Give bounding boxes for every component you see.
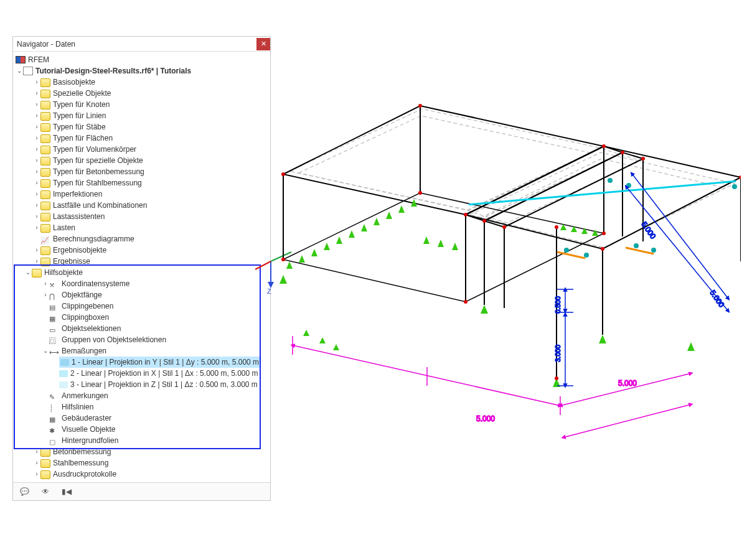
tree-item-typen-linien[interactable]: Typen für Linien bbox=[13, 110, 270, 121]
tree-item-koordinatensysteme[interactable]: ⤧Koordinatensysteme bbox=[13, 278, 270, 289]
svg-point-32 bbox=[608, 178, 613, 183]
tree-item-hintergrundfolien[interactable]: ▢Hintergrundfolien bbox=[13, 435, 270, 446]
tree-item-betonbemessung[interactable]: Betonbemessung bbox=[13, 446, 270, 457]
tree-item-bem3[interactable]: 3 - Linear | Projektion in Z | Stil 1 | … bbox=[13, 379, 270, 390]
caret-icon[interactable] bbox=[33, 245, 40, 256]
caret-icon[interactable] bbox=[24, 267, 32, 278]
new-comment-button[interactable]: 💬 bbox=[17, 485, 32, 498]
annotation-icon: ✎ bbox=[49, 391, 59, 400]
tree-item-gebaederaster[interactable]: ▦Gebäuderaster bbox=[13, 413, 270, 424]
tree-item-objektselektionen[interactable]: ▭Objektselektionen bbox=[13, 323, 270, 334]
tree-item-typen-volumen[interactable]: Typen für Volumenkörper bbox=[13, 144, 270, 155]
caret-icon[interactable] bbox=[33, 189, 40, 200]
folder-icon bbox=[40, 157, 50, 166]
tree-item-basisobjekte[interactable]: Basisobjekte bbox=[13, 77, 270, 88]
tree-item-ergebnisse[interactable]: Ergebnisse bbox=[13, 256, 270, 267]
model-viewport[interactable]: Z bbox=[255, 75, 741, 448]
nodes bbox=[281, 104, 741, 380]
caret-icon[interactable] bbox=[33, 133, 40, 144]
caret-icon[interactable] bbox=[33, 211, 40, 222]
caret-icon[interactable] bbox=[42, 289, 49, 301]
tree-item-lastfaelle[interactable]: Lastfälle und Kombinationen bbox=[13, 200, 270, 211]
caret-icon[interactable] bbox=[33, 457, 40, 469]
caret-icon[interactable] bbox=[33, 200, 40, 211]
svg-line-40 bbox=[563, 404, 691, 437]
svg-point-23 bbox=[601, 247, 604, 251]
svg-line-1 bbox=[271, 252, 291, 261]
caret-icon[interactable] bbox=[33, 155, 40, 166]
caret-icon[interactable] bbox=[33, 446, 40, 457]
svg-point-20 bbox=[621, 151, 624, 154]
tree-item-anmerkungen[interactable]: ✎Anmerkungen bbox=[13, 390, 270, 401]
dimension-icon: ⟷ bbox=[49, 347, 59, 355]
tree-item-bem1[interactable]: 1 - Linear | Projektion in Y | Stil 1 | … bbox=[13, 357, 270, 368]
tree-item-gruppen-objsel[interactable]: ⿴Gruppen von Objektselektionen bbox=[13, 334, 270, 345]
folder-icon bbox=[40, 448, 50, 457]
tree-item-hilfslinien[interactable]: ┊Hilfslinien bbox=[13, 401, 270, 413]
tree-item-ausdruckprotokolle[interactable]: Ausdruckprotokolle bbox=[13, 469, 270, 480]
selection-icon: ▭ bbox=[49, 324, 59, 333]
dim-label: 5.000 bbox=[618, 379, 637, 388]
svg-point-17 bbox=[418, 104, 422, 108]
folder-icon bbox=[40, 224, 50, 233]
folder-icon bbox=[40, 123, 50, 132]
dim-label: 5.000 bbox=[708, 289, 726, 309]
caret-icon[interactable] bbox=[33, 110, 40, 121]
navigator-tree[interactable]: RFEM Tutorial-Design-Steel-Results.rf6* … bbox=[13, 52, 270, 482]
cyan-member bbox=[469, 181, 736, 205]
tree-item-typen-beton[interactable]: Typen für Betonbemessung bbox=[13, 166, 270, 177]
tree-item-typen-knoten[interactable]: Typen für Knoten bbox=[13, 99, 270, 110]
tree-item-lasten[interactable]: Lasten bbox=[13, 222, 270, 233]
caret-icon[interactable] bbox=[33, 121, 40, 133]
frame-members bbox=[283, 106, 741, 378]
tree-item-hilfsobjekte[interactable]: Hilfsobjekte bbox=[13, 267, 270, 278]
tree-item-stahlbemessung[interactable]: Stahlbemessung bbox=[13, 457, 270, 469]
caret-icon[interactable] bbox=[33, 144, 40, 155]
tree-item-spezielle[interactable]: Spezielle Objekte bbox=[13, 88, 270, 99]
chart-icon: 📈 bbox=[40, 235, 50, 243]
tree-item-berechnungsdiagramme[interactable]: 📈Berechnungsdiagramme bbox=[13, 233, 270, 245]
caret-icon[interactable] bbox=[33, 469, 40, 480]
guideline-icon: ┊ bbox=[49, 403, 59, 411]
folder-icon bbox=[40, 179, 50, 188]
close-icon: ✕ bbox=[261, 40, 266, 48]
caret-icon[interactable] bbox=[33, 88, 40, 99]
tree-item-visuelle-objekte[interactable]: ✱Visuelle Objekte bbox=[13, 424, 270, 435]
tree-item-bemassungen[interactable]: ⟷Bemaßungen bbox=[13, 345, 270, 357]
panel-title: Navigator - Daten bbox=[17, 40, 256, 49]
tree-item-typen-spezielle[interactable]: Typen für spezielle Objekte bbox=[13, 155, 270, 166]
tree-item-bem2[interactable]: 2 - Linear | Projektion in X | Stil 1 | … bbox=[13, 368, 270, 379]
caret-icon[interactable] bbox=[33, 222, 40, 233]
svg-point-37 bbox=[651, 248, 656, 253]
folder-icon bbox=[40, 459, 50, 468]
panel-close-button[interactable]: ✕ bbox=[256, 38, 270, 50]
tree-item-clippingboxen[interactable]: ▦Clippingboxen bbox=[13, 312, 270, 323]
caret-icon[interactable] bbox=[33, 177, 40, 189]
tree-project[interactable]: Tutorial-Design-Steel-Results.rf6* | Tut… bbox=[13, 65, 270, 77]
caret-icon[interactable] bbox=[33, 166, 40, 177]
folder-icon bbox=[40, 246, 50, 255]
view-button[interactable]: 👁 bbox=[38, 485, 53, 498]
tree-item-clippingebenen[interactable]: ▤Clippingebenen bbox=[13, 301, 270, 312]
svg-point-27 bbox=[418, 191, 422, 195]
roof-offset-lines bbox=[289, 109, 735, 248]
folder-icon bbox=[40, 134, 50, 143]
tree-item-typen-flaechen[interactable]: Typen für Flächen bbox=[13, 133, 270, 144]
caret-icon[interactable] bbox=[33, 256, 40, 267]
caret-icon[interactable] bbox=[33, 77, 40, 88]
folder-icon bbox=[40, 470, 50, 479]
tree-item-typen-staebe[interactable]: Typen für Stäbe bbox=[13, 121, 270, 133]
video-button[interactable]: ▮◀ bbox=[59, 485, 74, 498]
caret-icon[interactable] bbox=[33, 99, 40, 110]
tree-item-ergebnisobjekte[interactable]: Ergebnisobjekte bbox=[13, 245, 270, 256]
caret-icon[interactable] bbox=[42, 345, 49, 357]
folder-icon bbox=[40, 168, 50, 177]
dim-label: 5.000 bbox=[640, 220, 658, 241]
caret-icon[interactable] bbox=[16, 65, 23, 77]
tree-item-typen-stahl[interactable]: Typen für Stahlbemessung bbox=[13, 177, 270, 189]
tree-item-imperfektionen[interactable]: Imperfektionen bbox=[13, 189, 270, 200]
tree-item-objektfaenge[interactable]: ⋂Objektfänge bbox=[13, 289, 270, 301]
tree-root-rfem[interactable]: RFEM bbox=[13, 54, 270, 65]
caret-icon[interactable] bbox=[42, 278, 49, 289]
tree-item-lastassistenten[interactable]: Lastassistenten bbox=[13, 211, 270, 222]
